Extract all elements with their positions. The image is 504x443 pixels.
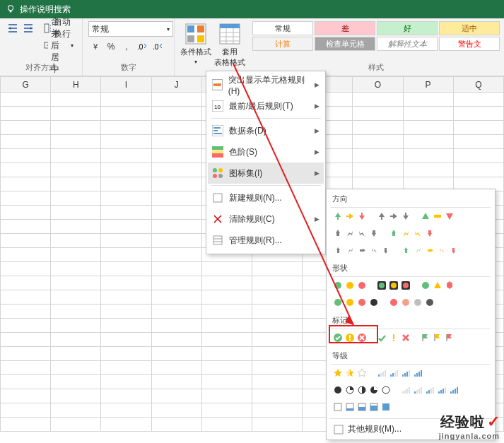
col-header[interactable]: O xyxy=(353,77,403,93)
svg-rect-96 xyxy=(457,387,458,394)
svg-rect-105 xyxy=(334,425,343,434)
style-check[interactable]: 检查单元格 xyxy=(315,37,375,51)
conditional-format-icon xyxy=(184,23,207,45)
svg-point-42 xyxy=(346,299,353,306)
category-indicators: 标记 xyxy=(329,314,492,327)
svg-rect-14 xyxy=(213,83,221,86)
highlight-icon xyxy=(212,79,223,90)
svg-rect-69 xyxy=(416,373,418,377)
number-format-value: 常规 xyxy=(92,23,109,35)
watermark-text: 经验啦 xyxy=(440,414,485,430)
iconset-3-arrows[interactable] xyxy=(332,211,368,223)
svg-point-76 xyxy=(382,386,389,394)
check-circle-icon xyxy=(332,332,344,343)
iconset-3-triangles[interactable] xyxy=(420,211,455,223)
iconset-5-boxes[interactable] xyxy=(332,401,392,414)
iconset-3-traffic-lights[interactable] xyxy=(332,280,368,293)
topbottom-icon: 10 xyxy=(212,100,223,112)
style-good[interactable]: 好 xyxy=(377,21,438,35)
col-header[interactable]: I xyxy=(101,77,151,93)
svg-point-24 xyxy=(213,168,217,172)
indent-increase-button[interactable] xyxy=(21,21,35,35)
iconset-3-traffic-lights-rimmed[interactable] xyxy=(376,280,411,293)
menu-label: 管理规则(R)... xyxy=(229,235,282,247)
svg-rect-84 xyxy=(421,387,422,394)
indent-decrease-button[interactable] xyxy=(6,21,20,35)
svg-rect-97 xyxy=(334,403,341,410)
iconset-3-flags[interactable] xyxy=(420,332,455,345)
svg-rect-61 xyxy=(392,373,394,377)
group-alignment: 自动换行 合并后居中 ▾ 对齐方式 xyxy=(0,18,83,76)
svg-rect-52 xyxy=(349,339,351,341)
iconset-5-arrows-gray[interactable] xyxy=(332,244,392,257)
category-direction: 方向 xyxy=(329,192,492,206)
comma-button[interactable]: , xyxy=(119,40,134,54)
iconset-5-quarters[interactable] xyxy=(332,384,392,397)
style-bad[interactable]: 差 xyxy=(315,21,375,35)
col-header[interactable]: H xyxy=(51,77,101,93)
iconset-4-ratings-bars[interactable] xyxy=(376,367,423,380)
title-bar: 操作说明搜索 xyxy=(0,0,504,18)
cross-circle-icon xyxy=(356,332,368,343)
svg-rect-62 xyxy=(394,372,396,377)
style-explain[interactable]: 解释性文本 xyxy=(377,37,438,51)
conditional-format-button[interactable]: 条件格式 ▾ xyxy=(180,21,211,76)
iconset-3-symbols-circled[interactable] xyxy=(332,332,368,345)
svg-rect-12 xyxy=(220,24,240,28)
number-format-select[interactable]: 常规 ▾ xyxy=(88,21,173,37)
iconset-5-ratings-bars[interactable] xyxy=(400,384,459,397)
menu-clear-rules[interactable]: 清除规则(C) ▶ xyxy=(208,208,324,230)
col-header[interactable]: J xyxy=(151,77,201,93)
decrease-decimal-button[interactable]: .0 xyxy=(151,40,165,54)
menu-highlight-rules[interactable]: 突出显示单元格规则(H) ▶ xyxy=(208,74,324,95)
percent-button[interactable]: % xyxy=(104,40,118,54)
style-warn[interactable]: 警告文 xyxy=(439,37,500,51)
style-normal[interactable]: 常规 xyxy=(252,21,313,35)
col-header[interactable]: P xyxy=(403,77,453,93)
menu-separator xyxy=(211,118,321,119)
menu-top-bottom-rules[interactable]: 10 最前/最后规则(T) ▶ xyxy=(208,95,324,117)
svg-text:.0: .0 xyxy=(153,43,159,51)
watermark-url: jingyanla.com xyxy=(439,432,500,440)
iconset-3-stars[interactable] xyxy=(332,367,368,380)
svg-point-48 xyxy=(426,299,433,306)
increase-decimal-button[interactable]: .0 xyxy=(135,40,149,54)
style-neutral[interactable]: 适中 xyxy=(439,21,500,35)
svg-rect-88 xyxy=(433,387,434,394)
category-ratings: 等级 xyxy=(329,349,492,362)
menu-icon-sets[interactable]: 图标集(I) ▶ xyxy=(208,163,324,184)
svg-point-26 xyxy=(213,174,217,178)
svg-rect-80 xyxy=(409,387,410,394)
iconset-4-arrows[interactable] xyxy=(388,228,435,240)
iconset-4-red-to-black[interactable] xyxy=(388,297,435,309)
svg-point-35 xyxy=(379,283,385,288)
col-header[interactable]: G xyxy=(1,77,51,93)
menu-color-scales[interactable]: 色阶(S) ▶ xyxy=(208,141,324,163)
svg-rect-81 xyxy=(414,391,416,394)
tell-me-search[interactable]: 操作说明搜索 xyxy=(20,4,71,16)
format-as-table-button[interactable]: 套用 表格格式 ▾ xyxy=(214,21,245,76)
col-header[interactable]: Q xyxy=(453,77,503,93)
flyout-separator xyxy=(331,364,491,365)
svg-rect-82 xyxy=(416,390,418,394)
svg-rect-71 xyxy=(421,370,422,377)
arrow-right-icon xyxy=(344,211,356,222)
menu-label: 新建规则(N)... xyxy=(229,192,282,204)
svg-rect-7 xyxy=(187,25,194,33)
menu-manage-rules[interactable]: 管理规则(R)... xyxy=(208,230,324,251)
style-calc[interactable]: 计算 xyxy=(252,37,313,51)
iconset-3-arrows-gray[interactable] xyxy=(376,211,411,223)
menu-new-rule[interactable]: 新建规则(N)... xyxy=(208,187,324,208)
table-format-icon xyxy=(218,23,241,45)
iconset-5-arrows[interactable] xyxy=(400,244,459,257)
currency-button[interactable]: ¥ xyxy=(88,40,102,54)
group-cell-styles: 常规 差 好 适中 计算 检查单元格 解释性文本 警告文 样式 xyxy=(247,18,504,76)
iconset-4-arrows-gray[interactable] xyxy=(332,228,380,240)
iconset-3-symbols[interactable] xyxy=(376,332,411,345)
svg-rect-19 xyxy=(213,130,218,131)
merge-center-button[interactable]: 合并后居中 ▾ xyxy=(41,38,76,52)
iconset-3-signs[interactable] xyxy=(420,280,455,293)
menu-data-bars[interactable]: 数据条(D) ▶ xyxy=(208,120,324,141)
iconset-4-traffic-lights[interactable] xyxy=(332,297,380,309)
svg-rect-95 xyxy=(455,389,456,394)
